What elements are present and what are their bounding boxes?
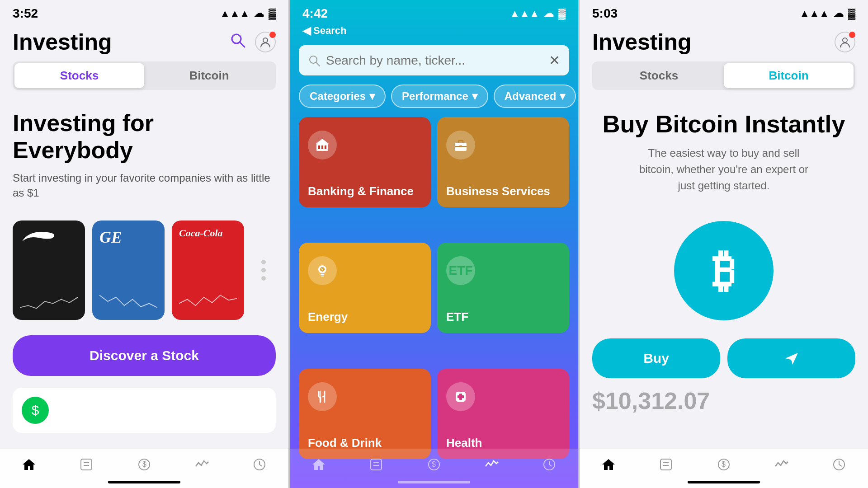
status-bar-3: 5:03 ▲▲▲ ☁ ▓ <box>580 0 868 24</box>
status-icons-3: ▲▲▲ ☁ ▓ <box>800 8 855 19</box>
nav-home-2[interactable] <box>311 457 326 472</box>
status-time-3: 5:03 <box>592 6 618 21</box>
stock-card-coke[interactable]: Coca-Cola <box>172 221 244 320</box>
svg-marker-12 <box>316 139 329 144</box>
category-health-label: Health <box>446 436 482 450</box>
tab-bitcoin-1[interactable]: Bitcoin <box>144 63 274 88</box>
nav-activity-1[interactable] <box>195 457 209 472</box>
coke-chart <box>179 290 237 313</box>
tab-bitcoin-3[interactable]: Bitcoin <box>724 63 854 88</box>
category-energy[interactable]: Energy <box>299 243 431 333</box>
filter-advanced[interactable]: Advanced ▾ <box>494 84 576 108</box>
bulb-icon <box>315 263 330 278</box>
svg-rect-21 <box>321 276 324 277</box>
wifi-icon-3: ☁ <box>834 8 844 19</box>
category-etf-label: ETF <box>446 310 468 324</box>
home-indicator-3 <box>688 481 760 483</box>
nav-history-2[interactable] <box>542 457 557 472</box>
category-food[interactable]: Food & Drink <box>299 369 431 459</box>
category-health[interactable]: Health <box>437 369 569 459</box>
category-business[interactable]: Business Services <box>437 117 569 207</box>
send-button[interactable] <box>727 338 855 378</box>
search-input[interactable] <box>326 53 543 68</box>
filter-categories[interactable]: Categories ▾ <box>299 84 386 108</box>
nav-home-3[interactable] <box>601 457 616 472</box>
nav-portfolio-2[interactable]: $ <box>427 457 441 472</box>
status-bar-2: 4:42 ▲▲▲ ☁ ▓ <box>290 0 578 24</box>
screen-bitcoin: 5:03 ▲▲▲ ☁ ▓ Investing Stocks Bitcoin Bu… <box>580 0 868 488</box>
stock-card-ge[interactable]: GE <box>92 221 165 320</box>
search-icon-1[interactable] <box>230 32 246 52</box>
bitcoin-logo: ₿ <box>712 245 735 297</box>
bitcoin-subtitle: The easiest way to buy and sell bitcoin,… <box>638 145 810 194</box>
back-button-2[interactable]: ◀ Search <box>302 24 346 37</box>
bitcoin-hero: Buy Bitcoin Instantly The easiest way to… <box>580 101 868 203</box>
svg-rect-15 <box>325 145 326 149</box>
filter-performance[interactable]: Performance ▾ <box>391 84 488 108</box>
home-indicator-2 <box>398 481 470 483</box>
discover-button[interactable]: Discover a Stock <box>13 335 276 376</box>
filter-pills-container: Categories ▾ Performance ▾ Advanced ▾ <box>290 84 578 117</box>
nav-activity-3[interactable] <box>774 457 789 472</box>
status-time-2: 4:42 <box>302 6 328 21</box>
back-nav-2: ◀ Search <box>290 24 578 41</box>
svg-rect-18 <box>459 145 462 147</box>
briefcase-icon <box>453 137 468 153</box>
avatar-icon-1[interactable] <box>255 32 276 52</box>
back-arrow-2: ◀ <box>302 24 311 37</box>
svg-rect-20 <box>321 274 324 275</box>
battery-icon-2: ▓ <box>558 8 566 19</box>
more-dots[interactable] <box>251 221 276 320</box>
status-time-1: 3:52 <box>13 6 38 21</box>
bitcoin-icon-container: ₿ <box>580 221 868 320</box>
screen-investing: 3:52 ▲▲▲ ☁ ▓ Investing Sto <box>0 0 288 488</box>
send-icon <box>783 350 800 366</box>
nav-portfolio-1[interactable]: $ <box>137 457 151 472</box>
tab-stocks-1[interactable]: Stocks <box>14 63 144 88</box>
bottom-card-icon: $ <box>22 397 49 424</box>
nav-history-1[interactable] <box>252 457 267 472</box>
header-1: Investing <box>0 24 288 61</box>
buy-button[interactable]: Buy <box>592 338 720 378</box>
filter-advanced-label: Advanced <box>505 90 557 103</box>
wifi-icon-2: ☁ <box>544 8 554 19</box>
stock-cards-container: GE Coca-Cola <box>0 210 288 331</box>
close-button[interactable]: ✕ <box>549 52 560 68</box>
nav-portfolio-3[interactable]: $ <box>717 457 731 472</box>
status-icons-1: ▲▲▲ ☁ ▓ <box>220 8 276 19</box>
tab-stocks-3[interactable]: Stocks <box>594 63 724 88</box>
bank-icon <box>315 137 330 153</box>
hero-subtitle-1: Start investing in your favorite compani… <box>13 170 276 201</box>
medical-icon <box>453 389 468 404</box>
svg-line-10 <box>316 62 320 66</box>
bitcoin-circle: ₿ <box>674 221 774 320</box>
search-icon-2 <box>308 54 321 67</box>
ge-chart <box>99 290 157 313</box>
signal-icon-3: ▲▲▲ <box>800 8 829 19</box>
nav-activity-2[interactable] <box>485 457 499 472</box>
bottom-partial-card: $ <box>13 388 276 433</box>
stock-card-nike[interactable] <box>13 221 85 320</box>
svg-rect-3 <box>81 459 92 470</box>
category-banking[interactable]: Banking & Finance <box>299 117 431 207</box>
category-etf[interactable]: ETF ETF <box>437 243 569 333</box>
wifi-icon-1: ☁ <box>254 8 264 19</box>
nav-watchlist-2[interactable] <box>369 457 383 472</box>
nike-chart <box>20 290 78 313</box>
nav-watchlist-1[interactable] <box>79 457 94 472</box>
avatar-icon-3[interactable] <box>835 32 855 52</box>
price-display: $10,312.07 <box>580 387 868 414</box>
nike-logo <box>20 228 78 248</box>
nav-history-3[interactable] <box>832 457 846 472</box>
etf-text: ETF <box>449 263 473 278</box>
etf-icon-circle: ETF <box>446 256 475 285</box>
battery-icon-3: ▓ <box>848 8 855 19</box>
search-bar: ✕ <box>299 45 569 75</box>
signal-icon-2: ▲▲▲ <box>510 8 539 19</box>
svg-text:$: $ <box>142 460 146 468</box>
page-title-1: Investing <box>13 29 112 55</box>
nav-home-1[interactable] <box>22 457 36 472</box>
filter-performance-label: Performance <box>402 90 468 103</box>
nav-watchlist-3[interactable] <box>659 457 673 472</box>
tab-bar-3: Stocks Bitcoin <box>592 61 855 90</box>
